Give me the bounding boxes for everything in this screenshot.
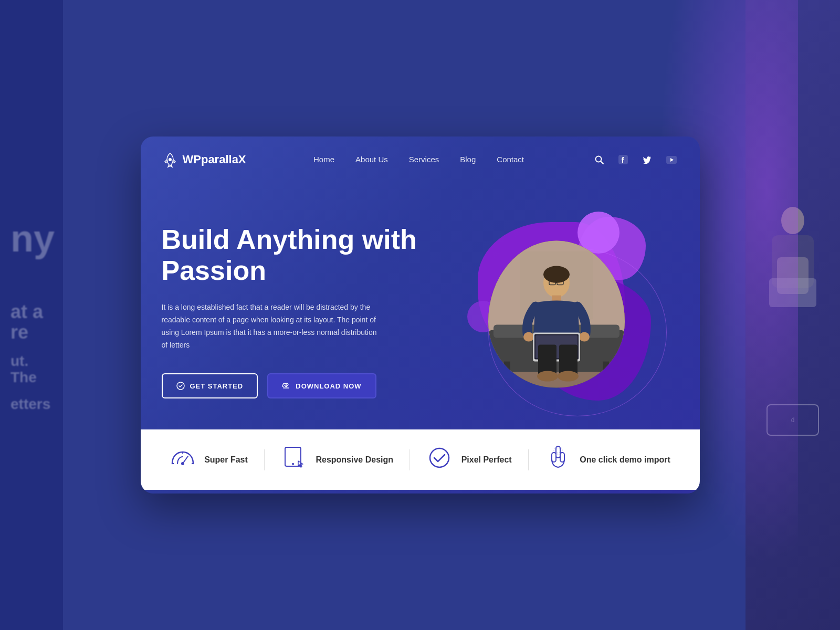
navbar: WPparallaX Home About Us Services Blog C… (141, 136, 700, 183)
feature-divider-3 (528, 449, 529, 470)
nav-blog[interactable]: Blog (460, 155, 476, 164)
speedometer-icon (170, 447, 196, 472)
bg-text-2: at a re (10, 301, 52, 343)
features-bar: Super Fast Responsive Design (141, 429, 700, 490)
nav-about[interactable]: About Us (355, 155, 388, 164)
svg-point-40 (430, 448, 449, 467)
nav-icons (592, 152, 679, 167)
nav-links: Home About Us Services Blog Contact (313, 155, 524, 164)
hero-title: Build Anything with Passion (162, 224, 435, 287)
pointer-finger-icon (545, 445, 571, 474)
feature-super-fast: Super Fast (170, 447, 248, 472)
bg-right-image: d (746, 0, 840, 630)
feature-responsive-label: Responsive Design (316, 455, 393, 465)
hero-description: It is a long established fact that a rea… (162, 301, 382, 351)
get-started-button[interactable]: GET STARTED (162, 373, 258, 398)
bg-right-decoration: d (746, 0, 840, 630)
responsive-icon (281, 446, 307, 473)
youtube-icon[interactable] (664, 152, 679, 167)
nav-contact[interactable]: Contact (497, 155, 524, 164)
main-card: WPparallaX Home About Us Services Blog C… (141, 136, 700, 494)
bg-right-box: d (766, 404, 819, 436)
svg-rect-43 (560, 453, 564, 462)
facebook-icon[interactable] (616, 152, 631, 167)
svg-point-4 (169, 158, 172, 161)
svg-point-0 (781, 207, 804, 234)
feature-pixel-perfect: Pixel Perfect (427, 446, 512, 473)
svg-line-6 (601, 162, 603, 164)
logo-text: WPparallaX (183, 153, 246, 166)
download-button[interactable]: DOWNLOAD NOW (267, 373, 376, 398)
checkmark-badge-icon (427, 446, 453, 473)
rocket-icon (162, 151, 178, 168)
svg-point-32 (558, 371, 579, 382)
feature-oneclick-label: One click demo import (580, 455, 670, 465)
bg-text-4: etters (10, 396, 52, 413)
feature-divider-2 (410, 449, 410, 470)
hero-section: Build Anything with Passion It is a long… (141, 183, 700, 424)
bg-person-top (756, 194, 830, 352)
nav-services[interactable]: Services (409, 155, 439, 164)
blob-container (457, 212, 656, 411)
bg-left-decoration: ny at a re ut. The etters (0, 0, 63, 630)
svg-point-24 (523, 332, 534, 342)
search-icon[interactable] (592, 152, 606, 167)
twitter-icon[interactable] (640, 152, 655, 167)
cloud-download-icon (282, 382, 290, 390)
logo[interactable]: WPparallaX (162, 151, 246, 168)
hero-visual (435, 201, 679, 422)
nav-home[interactable]: Home (313, 155, 334, 164)
svg-point-25 (579, 332, 590, 342)
svg-point-39 (292, 464, 294, 465)
svg-point-22 (543, 266, 570, 283)
hero-content: Build Anything with Passion It is a long… (162, 224, 435, 399)
svg-point-31 (537, 371, 558, 382)
feature-fast-label: Super Fast (204, 455, 248, 465)
svg-point-34 (181, 462, 184, 465)
feature-responsive: Responsive Design (281, 446, 393, 473)
checkmark-circle-icon (176, 382, 185, 390)
bg-text-1: ny (10, 218, 52, 259)
feature-divider-1 (264, 449, 265, 470)
feature-one-click: One click demo import (545, 445, 670, 474)
hero-buttons: GET STARTED DOWNLOAD NOW (162, 373, 435, 398)
feature-pixel-label: Pixel Perfect (461, 455, 512, 465)
svg-rect-3 (769, 278, 816, 307)
bg-text-3: ut. The (10, 353, 52, 386)
